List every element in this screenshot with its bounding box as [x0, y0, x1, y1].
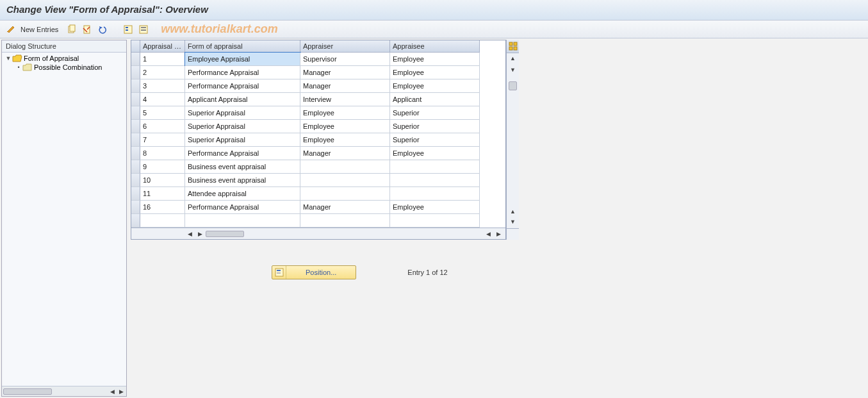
column-header[interactable]: Appraisal f...	[140, 40, 185, 53]
grid-cell[interactable]: 1	[140, 53, 185, 66]
grid-cell[interactable]: Supervisor	[300, 53, 390, 66]
grid-cell[interactable]: Manager	[300, 66, 390, 79]
grid-cell[interactable]: Business event appraisal	[185, 174, 300, 187]
grid-cell[interactable]: Employee	[390, 147, 480, 160]
grid-vertical-scrollbar[interactable]: ▲ ▼ ▲ ▼	[506, 53, 519, 228]
scroll-left-icon[interactable]: ◀	[484, 229, 493, 238]
grid-cell[interactable]: Employee	[390, 201, 480, 214]
scroll-left-icon[interactable]: ◀	[185, 229, 194, 238]
row-selector[interactable]	[131, 66, 140, 79]
select-all-icon[interactable]	[122, 24, 134, 35]
scrollbar-thumb[interactable]	[509, 81, 517, 90]
new-entries-button[interactable]: New Entries	[20, 26, 58, 33]
grid-cell[interactable]: Employee	[300, 133, 390, 147]
row-selector[interactable]	[131, 201, 140, 214]
grid-cell[interactable]	[140, 214, 185, 228]
row-selector[interactable]	[131, 106, 140, 120]
tree-item-form-of-appraisal[interactable]: ▼ Form of Appraisal	[2, 54, 126, 63]
content-panel: Appraisal f...Form of appraisalAppraiser…	[131, 40, 519, 397]
grid-cell[interactable]: 3	[140, 79, 185, 93]
grid-cell[interactable]: Performance Appraisal	[185, 147, 300, 160]
grid-horizontal-scrollbar[interactable]: ◀ ▶ ◀ ▶	[131, 228, 505, 239]
row-selector[interactable]	[131, 174, 140, 187]
toggle-display-icon[interactable]	[5, 24, 17, 35]
grid-cell[interactable]: Manager	[300, 147, 390, 160]
grid-cell[interactable]: Applicant	[390, 93, 480, 106]
grid-cell[interactable]: 10	[140, 174, 185, 187]
grid-cell[interactable]: Performance Appraisal	[185, 201, 300, 214]
grid-cell[interactable]: Manager	[300, 201, 390, 214]
grid-cell[interactable]	[390, 174, 480, 187]
scroll-right-icon[interactable]: ▶	[195, 229, 204, 238]
grid-cell[interactable]: 8	[140, 147, 185, 160]
delete-icon[interactable]	[81, 24, 93, 35]
grid-cell[interactable]: Attendee appraisal	[185, 187, 300, 201]
grid-cell[interactable]: Employee	[390, 66, 480, 79]
grid-cell[interactable]: 6	[140, 120, 185, 133]
grid-cell[interactable]: Superior Appraisal	[185, 120, 300, 133]
grid-cell[interactable]	[300, 160, 390, 174]
row-selector[interactable]	[131, 93, 140, 106]
folder-open-icon	[12, 54, 22, 62]
grid-cell[interactable]: 5	[140, 106, 185, 120]
undo-icon[interactable]	[97, 24, 108, 35]
column-header[interactable]: Appraisee	[390, 40, 480, 53]
grid-cell[interactable]: Superior	[390, 106, 480, 120]
row-selector[interactable]	[131, 53, 140, 66]
tree-collapse-icon[interactable]: ▼	[4, 55, 12, 62]
scroll-down-icon[interactable]: ▼	[507, 65, 519, 75]
row-selector[interactable]	[131, 120, 140, 133]
grid-cell[interactable]	[300, 214, 390, 228]
scroll-left-icon[interactable]: ◀	[108, 388, 116, 395]
scroll-right-icon[interactable]: ▶	[494, 229, 503, 238]
grid-cell[interactable]	[390, 160, 480, 174]
grid-cell[interactable]: Superior Appraisal	[185, 106, 300, 120]
grid-cell[interactable]: Employee	[390, 53, 480, 66]
grid-cell[interactable]	[185, 214, 300, 228]
grid-cell[interactable]: Interview	[300, 93, 390, 106]
grid-cell[interactable]: Performance Appraisal	[185, 66, 300, 79]
position-button[interactable]: Position...	[272, 265, 356, 279]
copy-icon[interactable]	[66, 24, 78, 35]
row-selector[interactable]	[131, 133, 140, 147]
grid-cell[interactable]: Employee	[300, 106, 390, 120]
grid-cell[interactable]: 4	[140, 93, 185, 106]
scroll-down-icon[interactable]: ▼	[507, 217, 519, 227]
grid-cell[interactable]: 16	[140, 201, 185, 214]
grid-cell[interactable]	[390, 214, 480, 228]
column-header[interactable]: Form of appraisal	[185, 40, 300, 53]
scroll-up-icon[interactable]: ▲	[507, 206, 519, 217]
grid-cell[interactable]	[300, 187, 390, 201]
grid-cell[interactable]: Business event appraisal	[185, 160, 300, 174]
scroll-right-icon[interactable]: ▶	[117, 388, 125, 395]
tree-item-possible-combination[interactable]: • Possible Combination	[2, 63, 126, 72]
grid-cell[interactable]: Employee Appraisal	[185, 53, 300, 66]
row-selector[interactable]	[131, 79, 140, 93]
grid-cell[interactable]: 9	[140, 160, 185, 174]
grid-cell[interactable]: Manager	[300, 79, 390, 93]
row-selector[interactable]	[131, 214, 140, 228]
scrollbar-thumb[interactable]	[3, 388, 52, 395]
deselect-all-icon[interactable]	[138, 24, 149, 35]
scrollbar-thumb[interactable]	[206, 231, 244, 237]
toolbar: New Entries www.tutorialkart.com	[0, 21, 868, 38]
grid-cell[interactable]: 2	[140, 66, 185, 79]
grid-cell[interactable]: 7	[140, 133, 185, 147]
row-selector[interactable]	[131, 187, 140, 201]
scroll-up-icon[interactable]: ▲	[507, 53, 519, 63]
grid-cell[interactable]: Superior	[390, 133, 480, 147]
column-header[interactable]: Appraiser	[300, 40, 390, 53]
grid-settings-icon[interactable]	[506, 40, 519, 53]
row-selector[interactable]	[131, 147, 140, 160]
grid-cell[interactable]	[390, 187, 480, 201]
grid-cell[interactable]: Employee	[390, 79, 480, 93]
grid-cell[interactable]: Superior	[390, 120, 480, 133]
grid-cell[interactable]	[300, 174, 390, 187]
grid-cell[interactable]: Applicant Appraisal	[185, 93, 300, 106]
grid-cell[interactable]: Performance Appraisal	[185, 79, 300, 93]
grid-cell[interactable]: Superior Appraisal	[185, 133, 300, 147]
grid-cell[interactable]: 11	[140, 187, 185, 201]
grid-cell[interactable]: Employee	[300, 120, 390, 133]
row-selector[interactable]	[131, 160, 140, 174]
tree-horizontal-scrollbar[interactable]: ◀ ▶	[2, 386, 126, 396]
